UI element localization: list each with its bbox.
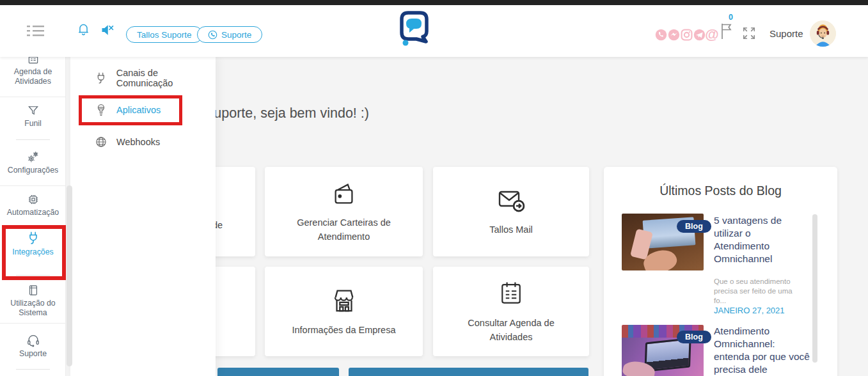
- blog-panel: Últimos Posts do Blog Blog 5 vantagens d…: [604, 167, 837, 376]
- headset-icon: [26, 333, 40, 347]
- globe-icon: [95, 136, 107, 148]
- blog-post-1-title[interactable]: 5 vantagens de utilizar o Atendimento Om…: [714, 214, 803, 265]
- divider: [0, 323, 66, 324]
- card-consultar-agenda[interactable]: Consultar Agenda de Atividades: [433, 267, 589, 356]
- card-tallos-mail[interactable]: Tallos Mail: [433, 167, 589, 256]
- blog-post-1-excerpt: Que o seu atendimento precisa ser feito …: [714, 277, 807, 306]
- sidebar-item-suporte[interactable]: Suporte: [0, 333, 66, 359]
- flag-counter-badge: 0: [729, 13, 733, 22]
- card-label: Informações da Empresa: [280, 323, 408, 337]
- sidebar-item-label: Suporte: [0, 349, 66, 359]
- blog-post-2-title[interactable]: Atendimento Omnichannel: entenda por que…: [714, 325, 810, 376]
- bulb-icon: [95, 103, 107, 117]
- fullscreen-button[interactable]: [742, 26, 756, 40]
- sidebar-item-agenda[interactable]: Agenda de Atividades: [0, 57, 66, 86]
- avatar[interactable]: [810, 20, 836, 47]
- calendar-icon: [27, 57, 40, 65]
- card-label: Consultar Agenda de Atividades: [447, 316, 575, 344]
- gears-icon: [26, 150, 40, 164]
- card-label: Tallos Mail: [447, 223, 575, 237]
- whatsapp-suporte-button[interactable]: Suporte: [197, 26, 262, 43]
- sidebar-item-label: Configurações: [0, 166, 66, 175]
- whatsapp-icon: [208, 30, 217, 40]
- whatsapp-suporte-button-label: Suporte: [221, 30, 251, 40]
- expand-icon: [742, 26, 756, 40]
- top-black-strip: [0, 0, 868, 5]
- divider: [16, 275, 50, 276]
- user-name-label: Suporte: [769, 28, 803, 39]
- tallos-suporte-button-label: Tallos Suporte: [137, 30, 192, 40]
- blog-post-1-date: JANEIRO 27, 2021: [714, 306, 785, 315]
- divider: [0, 97, 66, 97]
- sidebar-item-label: Integrações: [0, 247, 66, 257]
- welcome-heading: Suporte, seja bem vindo! :): [205, 106, 369, 121]
- menu-icon: [27, 26, 44, 36]
- sound-mute-button[interactable]: [101, 24, 114, 36]
- notebook-icon: [27, 284, 40, 297]
- sidebar-item-funil[interactable]: Funil: [0, 104, 66, 129]
- blog-badge: Blog: [677, 220, 711, 233]
- blog-badge: Blog: [677, 331, 711, 343]
- divider: [0, 185, 66, 186]
- avatar-illustration: [810, 20, 836, 47]
- flyout-item-canais[interactable]: Canais de Comunicação: [70, 65, 216, 91]
- notifications-bell-button[interactable]: [77, 22, 90, 37]
- flyout-item-label: Canais de Comunicação: [116, 68, 216, 88]
- sidebar-item-label: Automatização: [0, 208, 66, 217]
- divider: [16, 369, 50, 370]
- sidebar-scrollbar[interactable]: [67, 185, 72, 366]
- chip-icon: [27, 193, 40, 206]
- tallos-logo[interactable]: [398, 10, 430, 47]
- instagram-channel-icon[interactable]: [680, 28, 693, 41]
- funnel-icon: [27, 104, 40, 117]
- email-channel-icon[interactable]: @: [706, 28, 718, 41]
- header: Tallos Suporte Suporte @: [0, 5, 868, 57]
- sidebar-item-automatizacao[interactable]: Automatização: [0, 193, 66, 217]
- action-bar-right-button[interactable]: [349, 368, 588, 376]
- card-informacoes-empresa[interactable]: Informações da Empresa: [265, 267, 423, 356]
- wallet-icon: [329, 180, 359, 207]
- action-bar-left-button[interactable]: [217, 368, 339, 376]
- sidebar: Agenda de Atividades Funil Configurações…: [0, 57, 66, 376]
- card-label: Gerenciar Carteiras de Atendimento: [280, 215, 408, 244]
- bell-icon: [77, 22, 90, 37]
- tallos-suporte-button[interactable]: Tallos Suporte: [126, 26, 203, 43]
- blog-panel-title: Últimos Posts do Blog: [604, 184, 837, 198]
- flyout-item-webhooks[interactable]: Webhooks: [70, 129, 216, 155]
- flyout-item-label: Aplicativos: [116, 105, 161, 115]
- at-glyph: @: [705, 26, 718, 43]
- messenger-channel-icon[interactable]: [667, 28, 680, 41]
- blog-panel-scrollbar[interactable]: [812, 214, 817, 363]
- integrations-flyout-menu: Canais de Comunicação Aplicativos Webhoo…: [70, 57, 216, 376]
- divider: [16, 139, 50, 140]
- calendar-icon: [497, 279, 525, 307]
- mail-forward-icon: [496, 187, 526, 214]
- plug-icon: [26, 230, 40, 246]
- flyout-item-label: Webhooks: [116, 137, 160, 147]
- sidebar-item-configuracoes[interactable]: Configurações: [0, 150, 66, 175]
- sidebar-item-integracoes[interactable]: Integrações: [0, 230, 66, 257]
- flyout-item-aplicativos[interactable]: Aplicativos: [70, 97, 216, 123]
- sidebar-item-label: Agenda de Atividades: [0, 67, 66, 86]
- sidebar-item-label: Utilização do Sistema: [0, 299, 66, 318]
- flag-button[interactable]: [720, 22, 733, 40]
- telegram-channel-icon[interactable]: [693, 28, 706, 41]
- menu-toggle-button[interactable]: [27, 26, 44, 36]
- plug-icon: [95, 71, 107, 85]
- tallos-logo-icon: [398, 10, 430, 47]
- store-icon: [329, 286, 359, 314]
- whatsapp-channel-icon[interactable]: [654, 28, 667, 41]
- speaker-muted-icon: [101, 24, 114, 36]
- card-gerenciar-carteiras[interactable]: Gerenciar Carteiras de Atendimento: [265, 167, 423, 256]
- flag-icon: [720, 22, 733, 40]
- sidebar-item-label: Funil: [0, 119, 66, 129]
- sidebar-item-utilizacao[interactable]: Utilização do Sistema: [0, 284, 66, 318]
